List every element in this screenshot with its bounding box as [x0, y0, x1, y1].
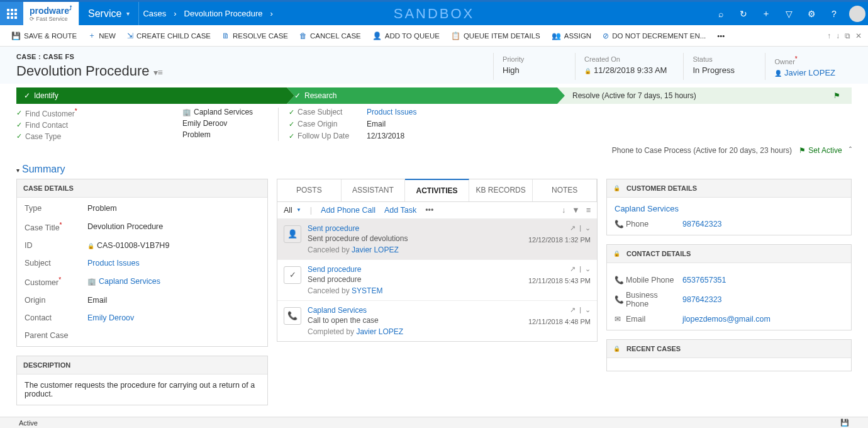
popout-icon[interactable]: ↗: [570, 306, 576, 314]
filter-icon[interactable]: ▽: [777, 2, 800, 25]
check-icon: ✓: [16, 109, 25, 117]
do-not-decrement-button[interactable]: ⊘DO NOT DECREMENT EN...: [598, 27, 711, 45]
create-child-case-button[interactable]: ⇲CREATE CHILD CASE: [122, 27, 216, 45]
origin-value[interactable]: Email: [87, 296, 260, 305]
contact-value[interactable]: Emily Deroov: [87, 313, 260, 322]
queue-item-details-button[interactable]: 📋QUEUE ITEM DETAILS: [446, 27, 545, 45]
expand-icon[interactable]: ⌄: [585, 306, 591, 314]
add-to-queue-button[interactable]: 👤ADD TO QUEUE: [367, 27, 445, 45]
check-icon: ✓: [289, 108, 298, 116]
description-text[interactable]: The customer requests the procedure for …: [25, 381, 260, 398]
nav-down-icon[interactable]: ↓: [836, 31, 840, 40]
activity-item[interactable]: 👤Sent procedureSent procedure of devolut…: [277, 218, 597, 259]
activity-title[interactable]: Capland Services: [308, 306, 522, 315]
customer-value[interactable]: 🏢Capland Services: [87, 277, 260, 286]
tab-notes[interactable]: NOTES: [533, 179, 597, 201]
owner-value[interactable]: 👤 Javier LOPEZ: [774, 68, 835, 77]
stage-resolve[interactable]: Resolve (Active for 7 days, 15 hours)⚑: [557, 87, 852, 104]
breadcrumb-current[interactable]: Devolution Procedure: [181, 9, 267, 18]
save-route-button[interactable]: 💾SAVE & ROUTE: [6, 27, 82, 45]
filter-icon[interactable]: ▼: [572, 206, 579, 215]
add-icon[interactable]: ＋: [755, 2, 777, 25]
record-type-label: CASE : CASE FS: [16, 53, 163, 60]
activity-title[interactable]: Send procedure: [308, 265, 522, 274]
add-phone-call-button[interactable]: Add Phone Call: [321, 206, 376, 215]
check-icon: ✓: [294, 91, 301, 100]
collapse-process-icon[interactable]: ˆ: [849, 146, 852, 155]
search-icon[interactable]: ⌕: [709, 2, 732, 25]
new-button[interactable]: ＋NEW: [83, 27, 121, 45]
email-value[interactable]: jlopezdemos@gmail.com: [682, 315, 843, 324]
tab-kb-records[interactable]: KB RECORDS: [469, 179, 533, 201]
more-activities-button[interactable]: •••: [425, 206, 433, 215]
building-icon: 🏢: [182, 108, 191, 116]
help-icon[interactable]: ?: [823, 2, 845, 25]
follow-up-value[interactable]: 12/13/2018: [367, 132, 461, 140]
find-customer-value[interactable]: 🏢Capland Services: [182, 108, 253, 116]
created-on-value: 🔒11/28/2018 9:33 AM: [584, 65, 667, 75]
tab-assistant[interactable]: ASSISTANT: [342, 179, 406, 201]
activity-actor-link[interactable]: Javier LOPEZ: [352, 245, 399, 254]
case-origin-value[interactable]: Email: [367, 120, 461, 128]
activity-item[interactable]: 📞Capland ServicesCall to open the caseCo…: [277, 300, 597, 341]
mobile-label: Mobile Phone: [626, 276, 682, 284]
case-title-value[interactable]: Devolution Procedure: [87, 222, 260, 231]
chevron-right-icon: ›: [170, 9, 180, 18]
subject-value[interactable]: Product Issues: [87, 259, 260, 268]
phone-icon: 📞: [615, 295, 626, 304]
gear-icon[interactable]: ⚙: [800, 2, 823, 25]
type-value[interactable]: Problem: [87, 204, 260, 213]
add-task-button[interactable]: Add Task: [384, 206, 416, 215]
save-icon[interactable]: 💾: [840, 419, 849, 427]
list-icon[interactable]: ≡: [586, 206, 591, 215]
avatar[interactable]: [849, 6, 865, 22]
close-icon[interactable]: ✕: [855, 31, 862, 40]
app-launcher-button[interactable]: [0, 2, 23, 25]
business-process-flow: ✓Identify ✓Research Resolve (Active for …: [16, 87, 852, 104]
lock-icon: 🔒: [87, 243, 94, 249]
process-summary-bar: Phone to Case Process (Active for 20 day…: [16, 146, 852, 155]
filter-all[interactable]: All: [284, 206, 292, 215]
phone-value[interactable]: 987642323: [682, 220, 843, 228]
mobile-value[interactable]: 6537657351: [682, 276, 843, 284]
page-title: Devolution Procedure▾≡: [16, 63, 163, 79]
business-phone-value[interactable]: 987642323: [682, 295, 843, 304]
case-subject-value[interactable]: Product Issues: [367, 108, 461, 116]
set-active-button[interactable]: ⚑Set Active: [799, 146, 842, 155]
status-value[interactable]: In Progress: [693, 65, 748, 75]
status-bar: Active 💾: [0, 417, 868, 428]
expand-icon[interactable]: ⌄: [585, 224, 591, 232]
popout-icon[interactable]: ↗: [570, 265, 576, 273]
sort-icon[interactable]: ↓: [562, 206, 565, 215]
stage-identify[interactable]: ✓Identify: [16, 87, 287, 104]
activity-actor-link[interactable]: Javier LOPEZ: [356, 327, 403, 336]
tab-activities[interactable]: ACTIVITIES: [405, 179, 469, 201]
nav-up-icon[interactable]: ↑: [827, 31, 831, 40]
activity-item[interactable]: ✓Send procedureSend procedureCanceled by…: [277, 259, 597, 300]
flag-icon: ⚑: [833, 91, 840, 100]
find-contact-value[interactable]: Emily Deroov: [182, 119, 253, 128]
summary-section-header[interactable]: Summary: [16, 164, 852, 175]
resolve-case-button[interactable]: 🗎RESOLVE CASE: [217, 27, 293, 45]
stage-research[interactable]: ✓Research: [287, 87, 557, 104]
popout-icon[interactable]: ↗: [570, 224, 576, 232]
recent-icon[interactable]: ↻: [732, 2, 755, 25]
popout-icon[interactable]: ⧉: [845, 31, 850, 40]
top-nav: prodware⤴⟳ Fast Service Service▾ Cases ›…: [0, 2, 868, 25]
activity-title[interactable]: Sent procedure: [308, 224, 522, 233]
cancel-case-button[interactable]: 🗑CANCEL CASE: [294, 27, 366, 45]
priority-value[interactable]: High: [503, 65, 559, 75]
case-type-value[interactable]: Problem: [182, 130, 253, 139]
expand-icon[interactable]: ⌄: [585, 265, 591, 273]
customer-name-link[interactable]: Capland Services: [615, 204, 843, 213]
chevron-down-icon[interactable]: ▼: [296, 207, 301, 213]
record-status: Active: [19, 419, 38, 427]
tab-posts[interactable]: POSTS: [277, 179, 342, 201]
find-contact-label: Find Contact: [25, 121, 82, 130]
nav-service[interactable]: Service▾: [79, 2, 139, 25]
contact-details-header: 🔒CONTACT DETAILS: [607, 245, 851, 263]
breadcrumb-cases[interactable]: Cases: [139, 9, 170, 18]
more-commands-button[interactable]: •••: [712, 27, 730, 45]
assign-button[interactable]: 👥ASSIGN: [547, 27, 596, 45]
activity-actor-link[interactable]: SYSTEM: [352, 286, 382, 295]
